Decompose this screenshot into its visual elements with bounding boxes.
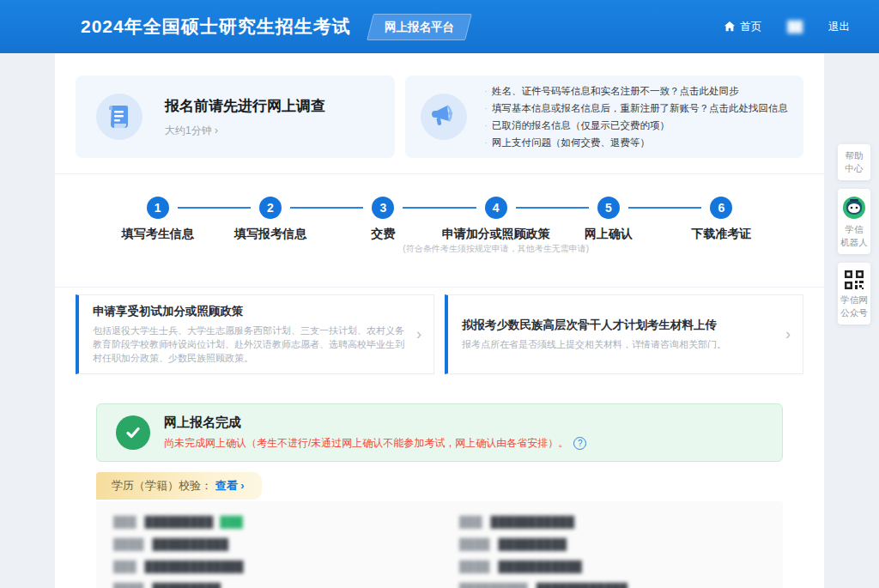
qr-code-widget[interactable]: 学信网 公众号 [838, 263, 870, 324]
platform-badge-label: 网上报名平台 [385, 20, 454, 35]
info-column-left: ███ █████████ ███ ████ ██████████ ███ ██… [113, 511, 420, 588]
chevron-right-icon: › [416, 325, 421, 343]
notice-list: 姓名、证件号码等信息和实名注册不一致？点击此处同步 填写基本信息或报名信息后，重… [484, 82, 788, 151]
notice-item[interactable]: 网上支付问题（如何交费、退费等） [484, 134, 788, 151]
main-content: 报名前请先进行网上调查 大约1分钟 › 姓名、证件号码等信息和实名注册不一致？点… [55, 53, 824, 588]
chatbot-widget[interactable]: 学信 机器人 [838, 189, 870, 254]
step-number: 3 [372, 197, 394, 219]
info-row: ████ █████████ [113, 578, 420, 588]
banner-title: 网上报名完成 [164, 415, 586, 431]
divider [55, 287, 824, 288]
paid-status-badge: ███ [220, 516, 243, 528]
info-column-right: ███ ███████████ ████ █████████ ████ ████… [459, 511, 766, 588]
step-number: 1 [147, 197, 169, 219]
info-row: ████ █████████ [459, 533, 766, 555]
notices-card: 姓名、证件号码等信息和实名注册不一致？点击此处同步 填写基本信息或报名信息后，重… [405, 76, 803, 158]
step-label: 下载准考证 [665, 227, 778, 242]
step-fill-candidate-info: 1 填写考生信息 [101, 197, 214, 242]
info-row: ███ █████████ ███ [113, 511, 420, 533]
step-number: 6 [710, 197, 732, 219]
bonus-policy-card[interactable]: 申请享受初试加分或照顾政策 包括退役大学生士兵、大学生志愿服务西部计划、三支一扶… [76, 294, 434, 374]
notice-item[interactable]: 姓名、证件号码等信息和实名注册不一致？点击此处同步 [484, 82, 788, 100]
info-row: █████████ ████████████ [459, 578, 766, 588]
policy-card-desc: 包括退役大学生士兵、大学生志愿服务西部计划、三支一扶计划、农村义务教育阶段学校教… [93, 324, 408, 365]
survey-texts: 报名前请先进行网上调查 大约1分钟 › [165, 96, 325, 138]
floating-widgets: 帮助 中心 学信 机器人 学信网 公众号 [838, 144, 870, 324]
step-number: 4 [485, 197, 507, 219]
survey-icon-circle [96, 94, 142, 140]
edu-check-label: 学历（学籍）校验： [112, 479, 212, 492]
info-row: ████ ███████████ [459, 555, 766, 578]
nav-home[interactable]: 首页 [724, 20, 761, 34]
step-payment: 3 交费 [327, 197, 440, 242]
survey-subtitle[interactable]: 大约1分钟 › [165, 124, 325, 138]
logout-link[interactable]: 退出 [828, 20, 850, 34]
steps-progress: 1 填写考生信息 2 填写报考信息 3 交费 4 申请加分或照顾政策 (符合条件… [76, 174, 803, 271]
home-icon [724, 21, 736, 33]
banner-warning: 尚未完成网上确认（考生不进行/未通过网上确认不能参加考试，网上确认由各省安排）。… [164, 436, 586, 451]
edu-check-row: 学历（学籍）校验： 查看 › [96, 472, 783, 500]
qr-code-icon [844, 270, 864, 290]
info-row: ████ ██████████ [113, 533, 420, 555]
info-row: ███ █████████████ [113, 555, 420, 578]
chevron-right-icon: › [240, 479, 244, 492]
app-header: 2024年全国硕士研究生招生考试 网上报名平台 首页 ██ 退出 [0, 0, 879, 53]
step-number: 5 [597, 197, 620, 219]
help-icon[interactable]: ? [573, 437, 586, 450]
step-label: 填写考生信息 [101, 227, 214, 242]
step-label: 填写报考信息 [214, 227, 326, 242]
survey-card[interactable]: 报名前请先进行网上调查 大约1分钟 › [76, 76, 395, 158]
check-icon [116, 415, 150, 450]
nav-home-label: 首页 [740, 20, 761, 34]
help-center-widget[interactable]: 帮助 中心 [838, 144, 870, 180]
header-nav: 首页 ██ 退出 [724, 20, 850, 34]
step-bonus-policy: 4 申请加分或照顾政策 (符合条件考生须按规定申请，其他考生无需申请) [440, 197, 552, 242]
document-icon [106, 103, 132, 130]
top-cards-row: 报名前请先进行网上调查 大约1分钟 › 姓名、证件号码等信息和实名注册不一致？点… [76, 76, 803, 158]
step-label: 交费 [327, 227, 440, 242]
notice-item[interactable]: 填写基本信息或报名信息后，重新注册了新账号？点击此处找回信息 [484, 100, 788, 117]
app-title: 2024年全国硕士研究生招生考试 [81, 15, 351, 39]
minority-upload-card[interactable]: 拟报考少数民族高层次骨干人才计划考生材料上传 报考点所在省是否须线上提交相关材料… [445, 294, 803, 374]
registration-info-panel: ███ █████████ ███ ████ ██████████ ███ ██… [96, 501, 783, 588]
edu-check-view-link[interactable]: 查看 [215, 479, 238, 492]
chevron-right-icon: › [785, 325, 791, 343]
policy-card-title: 拟报考少数民族高层次骨干人才计划考生材料上传 [462, 318, 777, 333]
step-download-ticket: 6 下载准考证 [665, 197, 778, 242]
step-online-confirm: 5 网上确认 [552, 197, 664, 242]
platform-badge: 网上报名平台 [367, 14, 472, 40]
registration-complete-banner: 网上报名完成 尚未完成网上确认（考生不进行/未通过网上确认不能参加考试，网上确认… [96, 403, 783, 462]
megaphone-icon [430, 104, 458, 130]
step-label: 网上确认 [552, 227, 664, 242]
notice-item[interactable]: 已取消的报名信息（仅显示已交费的项） [484, 117, 788, 134]
survey-title: 报名前请先进行网上调查 [165, 96, 325, 116]
user-name[interactable]: ██ [787, 21, 803, 33]
step-fill-application-info: 2 填写报考信息 [214, 197, 326, 242]
step-number: 2 [259, 197, 282, 219]
robot-icon [842, 196, 866, 220]
step-note: (符合条件考生须按规定申请，其他考生无需申请) [403, 243, 589, 255]
step-label: 申请加分或照顾政策 [440, 227, 552, 242]
policy-cards-row: 申请享受初试加分或照顾政策 包括退役大学生士兵、大学生志愿服务西部计划、三支一扶… [76, 294, 803, 374]
policy-card-desc: 报考点所在省是否须线上提交相关材料，详情请咨询相关部门。 [462, 337, 777, 351]
edu-check-tag: 学历（学籍）校验： 查看 › [96, 472, 262, 500]
policy-card-title: 申请享受初试加分或照顾政策 [93, 304, 408, 319]
info-row: ███ ███████████ [459, 511, 766, 533]
notices-icon-circle [421, 94, 467, 140]
chevron-right-icon: › [215, 124, 218, 136]
